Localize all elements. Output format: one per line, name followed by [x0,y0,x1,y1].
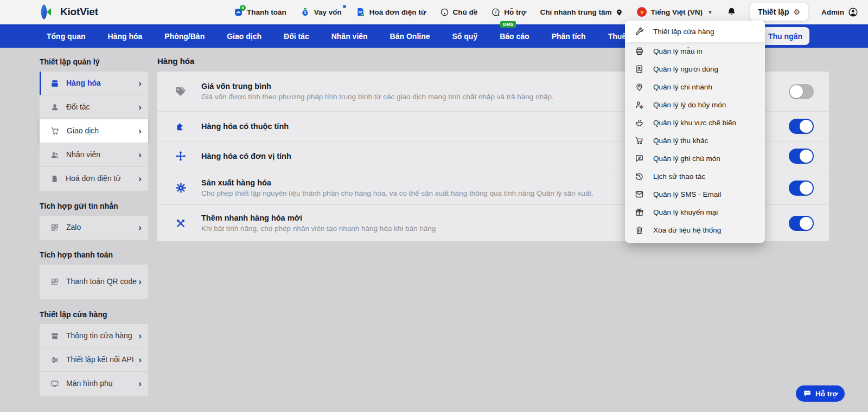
person-icon [50,103,59,112]
chevron-right-icon: › [138,126,142,137]
beta-badge: Beta [500,21,515,28]
top-link-hoa-don[interactable]: Hoá đơn điện tử [355,7,426,17]
top-link-ho-tro[interactable]: ? Hỗ trợ Beta [491,8,526,17]
language-selector[interactable]: ★ Tiếng Việt (VN) ▼ [637,7,712,17]
menu-item-lich-su-thao-tac[interactable]: Lịch sử thao tác [625,168,765,185]
nav-phan-tich[interactable]: Phân tích [552,32,586,41]
menu-item-thu-khac[interactable]: Quản lý thu khác [625,132,765,150]
chevron-right-icon: › [138,150,142,160]
setting-desc: Cho phép thiết lập nguyên liệu thành phầ… [201,189,593,197]
nav-bao-cao[interactable]: Báo cáo [500,32,529,41]
puzzle-icon [174,120,188,132]
toggle-knob [800,120,813,133]
setting-title: Hàng hóa có đơn vị tính [201,152,291,160]
toggle-don-vi-tinh[interactable] [789,149,814,164]
nav-phong-ban[interactable]: Phòng/Bàn [164,32,205,41]
top-link-vay-von[interactable]: $ Vay vốn [300,7,342,17]
sidebar-item-label: Hàng hóa [66,79,138,88]
menu-item-khuyen-mai[interactable]: Quản lý khuyến mại [625,203,765,221]
hoa-don-label: Hoá đơn điện tử [369,8,426,16]
sidebar-item-doi-tac[interactable]: Đối tác › [40,95,148,119]
menu-item-label: Quản lý khu vực chế biến [653,119,736,127]
setting-title: Hàng hóa có thuộc tính [201,122,289,131]
gear-icon: ⚙ [793,8,800,16]
menu-item-nguoi-dung[interactable]: Quản lý người dùng [625,60,765,78]
svg-text:$: $ [304,10,306,15]
top-link-thanh-toan[interactable]: 0 Thanh toán [234,8,286,17]
nav-hang-hoa[interactable]: Hàng hóa [108,32,143,41]
menu-item-khu-vuc-che-bien[interactable]: Quản lý khu vực chế biến [625,114,765,132]
chevron-right-icon: › [138,378,142,389]
menu-item-ghi-chu-mon[interactable]: Quản lý ghi chú món [625,150,765,168]
toggle-thuoc-tinh[interactable] [789,119,814,134]
chat-bubble-icon [803,389,812,398]
kiotviet-logo-icon [38,4,55,20]
location-pin-icon [634,82,644,92]
branch-selector[interactable]: Chi nhánh trung tâm [540,8,623,17]
toggle-gia-von[interactable] [789,84,814,99]
wrench-icon [634,27,644,36]
bowl-icon [634,118,644,127]
sidebar-item-label: Thông tin cửa hàng [66,331,138,341]
menu-item-label: Quản lý chi nhánh [653,83,712,91]
cart-icon [50,126,60,136]
language-label: Tiếng Việt (VN) [650,8,703,16]
sidebar-item-ket-noi-api[interactable]: Thiết lập kết nối API › [40,348,148,372]
chevron-right-icon: › [138,222,142,233]
kiotviet-logo[interactable]: KiotViet [38,4,98,20]
menu-item-thiet-lap-cua-hang[interactable]: Thiết lập cửa hàng [625,21,765,42]
sidebar-item-zalo[interactable]: Zalo › [40,216,148,240]
menu-item-label: Lịch sử thao tác [653,172,705,181]
sidebar-item-man-hinh-phu[interactable]: Màn hình phụ › [40,372,148,396]
sidebar-item-label: Zalo [66,223,138,233]
support-icon: ? [491,8,500,17]
nav-ban-online[interactable]: Bán Online [390,32,430,41]
top-link-chu-de[interactable]: Chủ đề [440,8,478,17]
chevron-right-icon: › [138,355,142,365]
sidebar-item-hang-hoa[interactable]: Hàng hóa › [40,72,148,95]
menu-item-mau-in[interactable]: Quản lý mẫu in [625,42,765,60]
menu-item-label: Quản lý lý do hủy món [653,101,726,109]
toggle-them-nhanh[interactable] [789,216,814,231]
location-pin-icon [615,8,623,17]
nav-nhan-vien[interactable]: Nhân viên [331,32,368,41]
nav-giao-dich[interactable]: Giao dịch [227,32,261,41]
user-avatar-icon [848,7,858,17]
vn-flag-icon: ★ [637,7,647,17]
cashier-label: Thu ngân [768,32,802,41]
money-bag-icon: $ [300,7,310,17]
menu-item-sms-email[interactable]: Quản lý SMS - Email [625,185,765,203]
menu-item-chi-nhanh[interactable]: Quản lý chi nhánh [625,78,765,96]
menu-item-ly-do-huy-mon[interactable]: Quản lý lý do hủy món [625,96,765,114]
sidebar-item-nhan-vien[interactable]: Nhân viên › [40,143,148,167]
toggle-san-xuat[interactable] [789,181,814,196]
chevron-right-icon: › [138,276,142,287]
setting-title: Thêm nhanh hàng hóa mới [201,214,436,222]
support-fab-label: Hỗ trợ [815,390,838,398]
mail-icon [634,190,644,199]
sidebar-item-thanh-toan-qr[interactable]: Thanh toán QR code › [40,265,148,299]
setting-desc: Khi bật tính năng, cho phép nhân viên tạ… [201,224,436,233]
nav-so-quy[interactable]: Sổ quỹ [452,32,478,41]
sidebar-item-thong-tin-cua-hang[interactable]: Thông tin cửa hàng › [40,324,148,348]
settings-button[interactable]: Thiết lập ⚙ [750,3,808,21]
sidebar-item-giao-dich[interactable]: Giao dịch › [40,119,148,143]
sliders-icon [50,356,59,364]
support-fab-button[interactable]: Hỗ trợ [796,385,845,402]
nav-doi-tac[interactable]: Đối tác [284,32,309,41]
nav-tong-quan[interactable]: Tổng quan [47,32,86,41]
chevron-right-icon: › [138,331,142,342]
admin-menu[interactable]: Admin [821,7,858,17]
sidebar-item-label: Thanh toán QR code [66,277,138,287]
tags-icon [174,85,188,98]
ho-tro-label: Hỗ trợ [504,8,526,16]
menu-item-label: Quản lý thu khác [653,137,708,145]
sidebar-section-title: Tích hợp gửi tin nhắn [40,202,148,210]
menu-item-label: Quản lý SMS - Email [653,190,721,198]
menu-item-xoa-du-lieu[interactable]: Xóa dữ liệu hệ thống [625,221,765,239]
notifications-button[interactable] [726,7,737,17]
sidebar-item-hoa-don-dien-tu[interactable]: Hoá đơn điện tử › [40,167,148,191]
user-doc-icon [634,65,644,74]
qr-grid-icon [50,278,59,286]
toggle-knob [790,85,803,98]
